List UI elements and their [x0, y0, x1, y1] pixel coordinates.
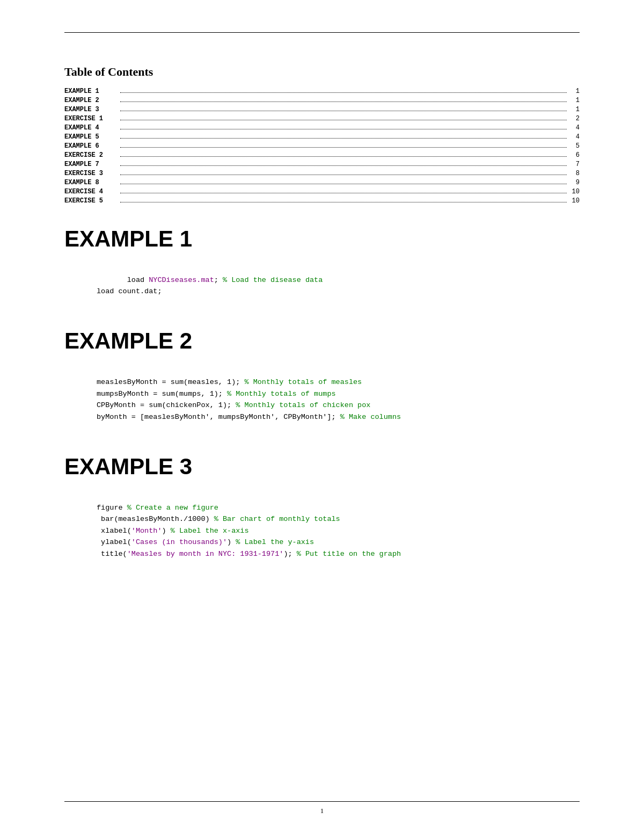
code-comment: % Make columns [340, 413, 401, 421]
code-text: ); [283, 550, 296, 558]
code-text: xlabel( [97, 527, 131, 535]
code-text: ; [214, 276, 223, 284]
toc-entry-page: 8 [569, 170, 580, 177]
example1-section: EXAMPLE 1 load NYCDiseases.mat; % Load t… [64, 226, 580, 309]
toc-entry-label: EXAMPLE 7 [64, 161, 118, 168]
toc-entry-label: EXERCISE 4 [64, 188, 118, 195]
code-text: bar(measlesByMonth./1000) [97, 515, 214, 523]
toc-entry-page: 1 [569, 97, 580, 104]
toc-entry: EXERCISE 510 [64, 197, 580, 205]
toc-dots [120, 165, 567, 166]
code-comment: % Put title on the graph [297, 550, 401, 558]
example3-section: EXAMPLE 3 figure % Create a new figure b… [64, 454, 580, 571]
toc-entry: EXAMPLE 21 [64, 97, 580, 104]
toc-title: Table of Contents [64, 65, 580, 79]
toc-entry: EXERCISE 38 [64, 170, 580, 177]
code-comment: % Create a new figure [127, 504, 218, 512]
toc-dots [120, 193, 567, 193]
code-text: CPByMonth = sum(chickenPox, 1); [97, 401, 236, 409]
toc-entry: EXAMPLE 11 [64, 88, 580, 95]
toc-entry-label: EXAMPLE 4 [64, 124, 118, 132]
toc-dots [120, 184, 567, 184]
toc-entry-label: EXAMPLE 3 [64, 106, 118, 113]
toc-entry: EXAMPLE 65 [64, 142, 580, 150]
toc-dots [120, 156, 567, 157]
toc-entry: EXERCISE 12 [64, 115, 580, 122]
toc-entry: EXERCISE 26 [64, 151, 580, 159]
toc-entry: EXAMPLE 77 [64, 161, 580, 168]
code-text: byMonth = [measlesByMonth', mumpsByMonth… [97, 413, 340, 421]
code-string: 'Cases (in thousands)' [131, 538, 227, 546]
toc-dots [120, 147, 567, 148]
bottom-rule [64, 801, 580, 802]
code-text: load count.dat; [97, 287, 162, 295]
toc-entry-label: EXERCISE 2 [64, 151, 118, 159]
page-number: 1 [0, 807, 644, 815]
code-filename: NYCDiseases.mat [149, 276, 214, 284]
toc-entry-page: 4 [569, 124, 580, 132]
toc-entry: EXAMPLE 31 [64, 106, 580, 113]
code-comment: % Monthly totals of chicken pox [236, 401, 370, 409]
toc-entry-page: 1 [569, 106, 580, 113]
toc-entry: EXAMPLE 44 [64, 124, 580, 132]
code-text: ) [227, 538, 236, 546]
toc-entry-label: EXAMPLE 6 [64, 142, 118, 150]
toc-entry-page: 10 [569, 197, 580, 205]
toc-dots [120, 92, 567, 93]
code-comment: % Label the y-axis [236, 538, 314, 546]
toc-entry-label: EXERCISE 5 [64, 197, 118, 205]
example2-code: measlesByMonth = sum(measles, 1); % Mont… [97, 365, 580, 434]
toc-dots [120, 129, 567, 129]
code-comment: % Monthly totals of measles [244, 378, 362, 386]
toc-entry-page: 10 [569, 188, 580, 195]
toc-entry-page: 5 [569, 142, 580, 150]
code-text: figure [97, 504, 127, 512]
toc-entry-label: EXAMPLE 8 [64, 179, 118, 186]
toc-entries: EXAMPLE 11EXAMPLE 21EXAMPLE 31EXERCISE 1… [64, 88, 580, 205]
toc-entry-page: 2 [569, 115, 580, 122]
page-container: Table of Contents EXAMPLE 11EXAMPLE 21EX… [0, 0, 644, 834]
toc-entry: EXAMPLE 89 [64, 179, 580, 186]
toc-entry-label: EXERCISE 3 [64, 170, 118, 177]
code-comment: % Bar chart of monthly totals [214, 515, 340, 523]
toc-dots [120, 111, 567, 111]
toc-entry-page: 4 [569, 133, 580, 141]
toc-dots [120, 202, 567, 202]
toc-entry-page: 6 [569, 151, 580, 159]
toc-dots [120, 138, 567, 139]
code-text: measlesByMonth = sum(measles, 1); [97, 378, 244, 386]
toc-entry: EXAMPLE 54 [64, 133, 580, 141]
toc-dots [120, 101, 567, 102]
toc-section: Table of Contents EXAMPLE 11EXAMPLE 21EX… [64, 65, 580, 205]
code-comment: % Monthly totals of mumps [227, 390, 336, 398]
example1-code: load NYCDiseases.mat; % Load the disease… [97, 263, 580, 309]
example2-section: EXAMPLE 2 measlesByMonth = sum(measles, … [64, 328, 580, 434]
toc-entry-label: EXAMPLE 2 [64, 97, 118, 104]
example2-heading: EXAMPLE 2 [64, 328, 580, 354]
code-string: 'Month' [131, 527, 162, 535]
code-comment: % Load the disease data [223, 276, 323, 284]
code-text: mumpsByMonth = sum(mumps, 1); [97, 390, 227, 398]
toc-entry-label: EXERCISE 1 [64, 115, 118, 122]
toc-entry-label: EXAMPLE 1 [64, 88, 118, 95]
toc-dots [120, 120, 567, 120]
code-text: ylabel( [97, 538, 131, 546]
top-rule [64, 32, 580, 33]
code-string: 'Measles by month in NYC: 1931-1971' [127, 550, 284, 558]
toc-entry-page: 1 [569, 88, 580, 95]
code-text: title( [97, 550, 127, 558]
example1-heading: EXAMPLE 1 [64, 226, 580, 252]
toc-dots [120, 175, 567, 175]
toc-entry: EXERCISE 410 [64, 188, 580, 195]
code-comment: % Label the x-axis [171, 527, 249, 535]
code-text: ) [162, 527, 171, 535]
code-text: load [123, 276, 149, 284]
toc-entry-page: 9 [569, 179, 580, 186]
toc-entry-page: 7 [569, 161, 580, 168]
example3-code: figure % Create a new figure bar(measles… [97, 490, 580, 571]
toc-entry-label: EXAMPLE 5 [64, 133, 118, 141]
example3-heading: EXAMPLE 3 [64, 454, 580, 480]
